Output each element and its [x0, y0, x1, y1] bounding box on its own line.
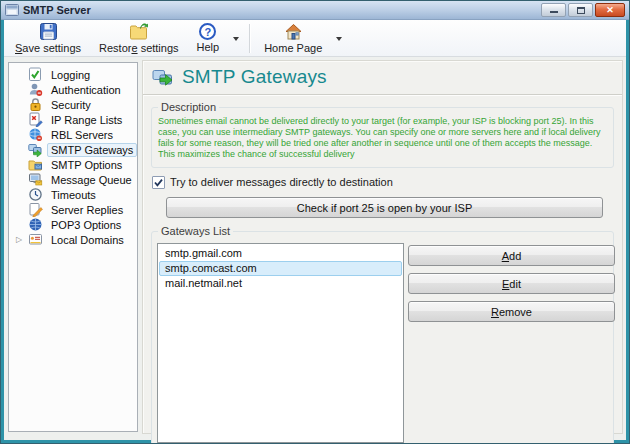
page-heading: SMTP Gateways: [143, 61, 622, 95]
expander-icon[interactable]: [16, 232, 28, 247]
home-page-dropdown chevron-down-icon[interactable]: [331, 23, 347, 53]
description-groupbox: Description Sometimes email cannot be de…: [151, 107, 614, 168]
deliver-directly-label[interactable]: Try to deliver messages directly to dest…: [170, 176, 393, 188]
list-item[interactable]: mail.netmail.net: [159, 276, 402, 291]
message-queue-icon: [28, 172, 43, 187]
description-groupbox-label: Description: [158, 101, 219, 113]
sidebar-item-logging[interactable]: Logging: [9, 67, 137, 82]
home-page-button[interactable]: Home Page: [255, 21, 331, 55]
sidebar-item-rbl-servers[interactable]: RBL Servers: [9, 127, 137, 142]
pop3-options-icon: [28, 217, 43, 232]
checkmark-icon: [153, 177, 164, 188]
smtp-gateways-icon: [28, 142, 43, 157]
list-item-selected[interactable]: smtp.comcast.com: [159, 261, 402, 276]
sidebar-item-authentication[interactable]: Authentication: [9, 82, 137, 97]
app-icon: [5, 4, 19, 16]
app-window: SMTP Server Save settings: [0, 0, 630, 444]
save-settings-button[interactable]: Save settings: [6, 21, 90, 55]
timeouts-icon: [28, 187, 43, 202]
smtp-gateways-heading-icon: [152, 67, 175, 88]
sidebar-item-ip-range-lists[interactable]: IP Range Lists: [9, 112, 137, 127]
sidebar: Logging Authentication: [8, 62, 138, 432]
gateways-list[interactable]: smtp.gmail.com smtp.comcast.com mail.net…: [157, 243, 404, 443]
deliver-directly-checkbox[interactable]: [152, 176, 165, 189]
main-panel: SMTP Gateways Description Sometimes emai…: [142, 60, 623, 434]
minimize-button[interactable]: [541, 3, 566, 17]
description-text: Sometimes email cannot be delivered dire…: [152, 108, 613, 167]
sidebar-item-smtp-gateways[interactable]: SMTP Gateways: [9, 142, 137, 157]
sidebar-item-security[interactable]: Security: [9, 97, 137, 112]
home-page-label: Home Page: [264, 42, 322, 54]
edit-button[interactable]: Edit: [408, 273, 615, 294]
body: Logging Authentication: [4, 57, 626, 439]
restore-settings-button[interactable]: Restore settings: [90, 21, 188, 55]
authentication-icon: [28, 82, 43, 97]
title-bar[interactable]: SMTP Server: [1, 1, 629, 20]
rbl-servers-icon: [28, 127, 43, 142]
sidebar-item-timeouts[interactable]: Timeouts: [9, 187, 137, 202]
toolbar-separator: [249, 24, 250, 53]
help-label: Help: [197, 41, 220, 53]
save-settings-label: Save settings: [15, 42, 81, 54]
page-title: SMTP Gateways: [182, 66, 327, 88]
sidebar-item-smtp-options[interactable]: SMTP Options: [9, 157, 137, 172]
home-icon: [284, 22, 303, 41]
help-icon: [199, 23, 216, 40]
restore-settings-label: Restore settings: [99, 42, 179, 54]
maximize-button[interactable]: [568, 3, 593, 17]
sidebar-item-server-replies[interactable]: Server Replies: [9, 202, 137, 217]
gateways-groupbox: Gateways List smtp.gmail.com smtp.comcas…: [151, 231, 614, 444]
toolbar: Save settings Restore settings Help: [4, 20, 626, 57]
list-item[interactable]: smtp.gmail.com: [159, 246, 402, 261]
gateways-groupbox-label: Gateways List: [158, 225, 233, 237]
window-title: SMTP Server: [23, 4, 91, 16]
logging-icon: [28, 67, 43, 82]
check-port25-button[interactable]: Check if port 25 is open by your ISP: [166, 197, 603, 218]
ip-range-lists-icon: [28, 112, 43, 127]
sidebar-item-pop3-options[interactable]: POP3 Options: [9, 217, 137, 232]
sidebar-item-local-domains[interactable]: Local Domains: [9, 232, 137, 247]
close-button[interactable]: [595, 3, 625, 17]
window-controls: [541, 3, 625, 17]
security-icon: [28, 97, 43, 112]
help-button[interactable]: Help: [188, 21, 229, 55]
sidebar-item-message-queue[interactable]: Message Queue: [9, 172, 137, 187]
server-replies-icon: [28, 202, 43, 217]
smtp-options-icon: [28, 157, 43, 172]
help-dropdown chevron-down-icon[interactable]: [228, 23, 244, 53]
local-domains-icon: [28, 232, 43, 247]
restore-folder-icon: [129, 22, 148, 41]
floppy-save-icon: [39, 22, 58, 41]
remove-button[interactable]: Remove: [408, 301, 615, 322]
deliver-directly-row: Try to deliver messages directly to dest…: [152, 175, 614, 189]
add-button[interactable]: Add: [408, 245, 615, 266]
